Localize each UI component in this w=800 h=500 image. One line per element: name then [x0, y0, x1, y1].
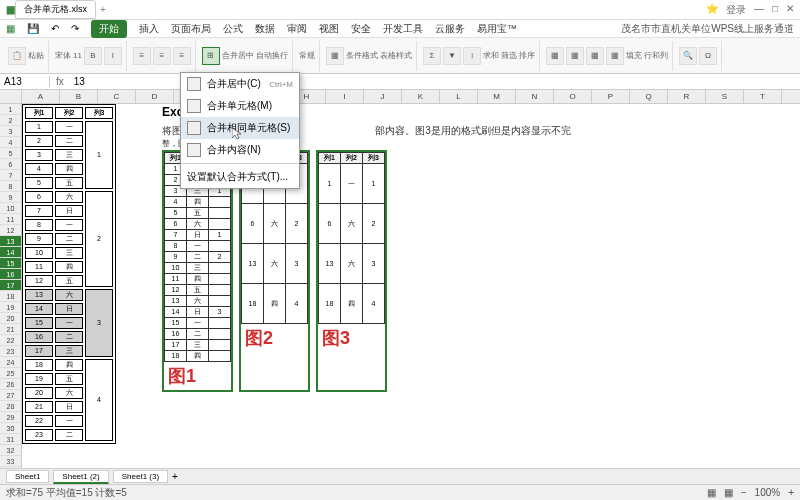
- col-head[interactable]: S: [706, 90, 744, 103]
- row-head[interactable]: 9: [0, 192, 21, 203]
- align-center-button[interactable]: ≡: [153, 47, 171, 65]
- merge-center-item[interactable]: 合并居中(C) Ctrl+M: [181, 73, 299, 95]
- row-head[interactable]: 27: [0, 390, 21, 401]
- add-sheet-button[interactable]: +: [172, 471, 178, 482]
- freeze-button[interactable]: ▦: [606, 47, 624, 65]
- bold-button[interactable]: B: [84, 47, 102, 65]
- row-head[interactable]: 6: [0, 159, 21, 170]
- tab-add-icon[interactable]: +: [100, 4, 106, 15]
- col-head[interactable]: P: [592, 90, 630, 103]
- sort-button[interactable]: ↕: [463, 47, 481, 65]
- row-head[interactable]: 10: [0, 203, 21, 214]
- col-head[interactable]: B: [60, 90, 98, 103]
- row-head[interactable]: 7: [0, 170, 21, 181]
- view-page-icon[interactable]: ▦: [724, 487, 733, 498]
- tab-layout[interactable]: 页面布局: [171, 22, 211, 36]
- col-head[interactable]: M: [478, 90, 516, 103]
- cell-reference[interactable]: A13: [0, 76, 50, 87]
- sheet-tab-2[interactable]: Sheet1 (2): [53, 470, 108, 484]
- row-head[interactable]: 29: [0, 412, 21, 423]
- merge-default-item[interactable]: 设置默认合并方式(T)...: [181, 166, 299, 188]
- row-head[interactable]: 13: [0, 236, 21, 247]
- merge-content-item[interactable]: 合并内容(N): [181, 139, 299, 161]
- tab-dev[interactable]: 开发工具: [383, 22, 423, 36]
- merge-cells-item[interactable]: 合并单元格(M): [181, 95, 299, 117]
- col-head[interactable]: D: [136, 90, 174, 103]
- align-left-button[interactable]: ≡: [133, 47, 151, 65]
- minimize-icon[interactable]: —: [754, 3, 764, 17]
- find-button[interactable]: 🔍: [679, 47, 697, 65]
- row-head[interactable]: 1: [0, 104, 21, 115]
- row-head[interactable]: 15: [0, 258, 21, 269]
- row-head[interactable]: 2: [0, 115, 21, 126]
- col-head[interactable]: C: [98, 90, 136, 103]
- col-head[interactable]: I: [326, 90, 364, 103]
- row-head[interactable]: 3: [0, 126, 21, 137]
- row-head[interactable]: 19: [0, 302, 21, 313]
- tab-data[interactable]: 数据: [255, 22, 275, 36]
- maximize-icon[interactable]: □: [772, 3, 778, 17]
- row-head[interactable]: 16: [0, 269, 21, 280]
- row-head[interactable]: 17: [0, 280, 21, 291]
- rowcol-button[interactable]: ▦: [566, 47, 584, 65]
- tab-easyuse[interactable]: 易用宝™: [477, 22, 517, 36]
- save-icon[interactable]: 💾: [27, 23, 39, 34]
- row-head[interactable]: 25: [0, 368, 21, 379]
- zoom-in-button[interactable]: +: [788, 487, 794, 498]
- col-head[interactable]: J: [364, 90, 402, 103]
- col-head[interactable]: T: [744, 90, 782, 103]
- col-head[interactable]: R: [668, 90, 706, 103]
- fill-button[interactable]: ▦: [546, 47, 564, 65]
- font-select[interactable]: 宋体: [55, 50, 71, 61]
- formula-value[interactable]: 13: [70, 76, 89, 87]
- sheet-button[interactable]: ▦: [586, 47, 604, 65]
- row-head[interactable]: 20: [0, 313, 21, 324]
- sheet-tab-3[interactable]: Sheet1 (3): [113, 470, 168, 483]
- row-head[interactable]: 24: [0, 357, 21, 368]
- tab-start[interactable]: 开始: [91, 20, 127, 38]
- tab-view[interactable]: 视图: [319, 22, 339, 36]
- close-icon[interactable]: ✕: [786, 3, 794, 17]
- row-head[interactable]: 30: [0, 423, 21, 434]
- tab-security[interactable]: 安全: [351, 22, 371, 36]
- row-head[interactable]: 32: [0, 445, 21, 456]
- service-link[interactable]: 茂名市市直机关单位WPS线上服务通道: [621, 22, 794, 36]
- tablestyle-label[interactable]: 表格样式: [380, 50, 412, 61]
- row-head[interactable]: 14: [0, 247, 21, 258]
- filter-button[interactable]: ▼: [443, 47, 461, 65]
- sum-button[interactable]: Σ: [423, 47, 441, 65]
- tab-cloud[interactable]: 云服务: [435, 22, 465, 36]
- paste-button[interactable]: 📋: [8, 47, 26, 65]
- merge-button[interactable]: ⊞: [202, 47, 220, 65]
- col-head[interactable]: N: [516, 90, 554, 103]
- file-tab[interactable]: 合并单元格.xlsx: [15, 0, 96, 19]
- cell-grid[interactable]: 列1列2列3 1一12二3三4四5五6六27日8一9二10三11四12五13六3…: [22, 104, 800, 470]
- row-head[interactable]: 22: [0, 335, 21, 346]
- autowrap-label[interactable]: 自动换行: [256, 50, 288, 61]
- row-head[interactable]: 21: [0, 324, 21, 335]
- col-head[interactable]: O: [554, 90, 592, 103]
- symbol-button[interactable]: Ω: [699, 47, 717, 65]
- undo-icon[interactable]: ↶: [51, 23, 59, 34]
- row-head[interactable]: 33: [0, 456, 21, 467]
- condfmt-button[interactable]: ▦: [326, 47, 344, 65]
- sheet-tab-1[interactable]: Sheet1: [6, 470, 49, 483]
- row-head[interactable]: 28: [0, 401, 21, 412]
- row-head[interactable]: 23: [0, 346, 21, 357]
- select-all-corner[interactable]: [0, 90, 22, 103]
- redo-icon[interactable]: ↷: [71, 23, 79, 34]
- col-head[interactable]: L: [440, 90, 478, 103]
- col-head[interactable]: Q: [630, 90, 668, 103]
- row-head[interactable]: 4: [0, 137, 21, 148]
- tab-review[interactable]: 审阅: [287, 22, 307, 36]
- size-select[interactable]: 11: [73, 51, 82, 60]
- numfmt-select[interactable]: 常规: [299, 50, 315, 61]
- tab-formula[interactable]: 公式: [223, 22, 243, 36]
- row-head[interactable]: 11: [0, 214, 21, 225]
- row-head[interactable]: 31: [0, 434, 21, 445]
- align-right-button[interactable]: ≡: [173, 47, 191, 65]
- row-head[interactable]: 8: [0, 181, 21, 192]
- wps-logo-icon[interactable]: ▦: [6, 23, 15, 34]
- view-normal-icon[interactable]: ▦: [707, 487, 716, 498]
- star-icon[interactable]: ⭐: [706, 3, 718, 17]
